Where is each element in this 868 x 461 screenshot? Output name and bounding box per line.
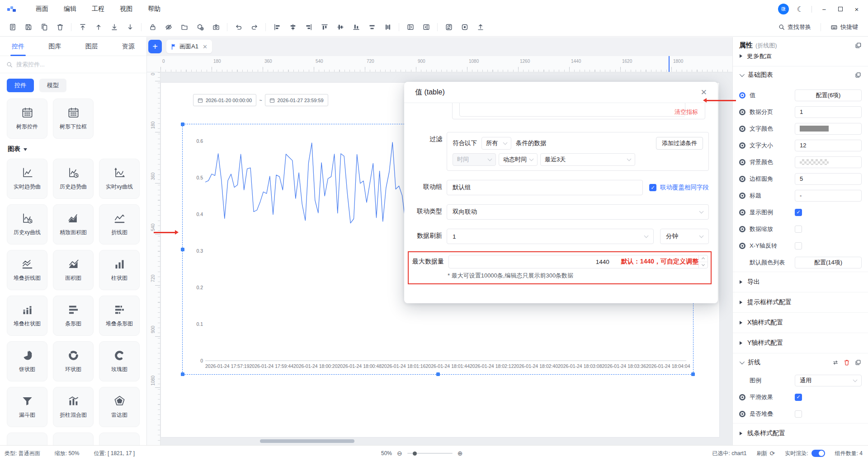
sidebar-tab-资源[interactable]: 资源 bbox=[122, 37, 135, 56]
folder-button[interactable] bbox=[176, 20, 192, 34]
property-bullet-icon[interactable] bbox=[739, 109, 745, 115]
distribute-h-button[interactable] bbox=[364, 20, 380, 34]
link-group-input[interactable]: 默认组 bbox=[447, 180, 643, 195]
widget-card[interactable]: 折线图 bbox=[99, 204, 140, 245]
live-render-toggle[interactable] bbox=[811, 450, 825, 457]
zoom-slider-knob[interactable] bbox=[413, 452, 417, 456]
property-bullet-icon[interactable] bbox=[739, 92, 745, 99]
align-left-button[interactable] bbox=[269, 20, 285, 34]
swap-icon[interactable] bbox=[832, 359, 839, 366]
refresh-button[interactable]: 刷新⟳ bbox=[757, 450, 775, 457]
find-replace-button[interactable]: 查找替换 bbox=[778, 23, 811, 31]
horizontal-scrollbar[interactable] bbox=[260, 439, 354, 443]
panel-left-button[interactable] bbox=[402, 20, 418, 34]
hide-button[interactable] bbox=[160, 20, 176, 34]
component-add-button[interactable] bbox=[192, 20, 208, 34]
widget-card[interactable]: 堆叠条形图 bbox=[99, 296, 140, 336]
selection-handle[interactable] bbox=[181, 122, 184, 126]
selection-handle[interactable] bbox=[691, 372, 695, 376]
value-field[interactable]: 1 bbox=[795, 106, 862, 118]
property-bullet-icon[interactable] bbox=[739, 126, 745, 132]
widget-card[interactable]: 历史xy曲线 bbox=[7, 204, 47, 245]
section-more-config[interactable]: 更多配置 bbox=[733, 54, 868, 62]
align-top-button[interactable] bbox=[316, 20, 332, 34]
zoom-in-icon[interactable]: ⊕ bbox=[458, 450, 463, 457]
page-tab[interactable]: 画面A1 ✕ bbox=[166, 40, 212, 53]
widget-card[interactable]: 饼状图 bbox=[7, 341, 47, 381]
distribute-v-button[interactable] bbox=[380, 20, 396, 34]
section-Y轴样式配置[interactable]: Y轴样式配置 bbox=[733, 333, 868, 353]
refresh-value-select[interactable]: 1 bbox=[447, 229, 654, 244]
sidebar-tab-控件[interactable]: 控件 bbox=[12, 37, 24, 56]
selection-handle[interactable] bbox=[436, 372, 440, 376]
date-start-field[interactable]: 2026-01-20 00:00:00 bbox=[193, 94, 256, 106]
link-type-select[interactable]: 双向联动 bbox=[447, 204, 709, 220]
selection-handle[interactable] bbox=[181, 372, 184, 376]
section-X轴样式配置[interactable]: X轴样式配置 bbox=[733, 312, 868, 333]
align-hcenter-button[interactable] bbox=[332, 20, 348, 34]
checkbox[interactable]: ✓ bbox=[795, 394, 802, 401]
panel-stack-icon[interactable] bbox=[855, 72, 861, 78]
widget-card[interactable] bbox=[53, 433, 94, 445]
move-up-button[interactable] bbox=[90, 20, 106, 34]
widget-card[interactable]: 玫瑰图 bbox=[99, 341, 140, 381]
section-提示框样式配置[interactable]: 提示框样式配置 bbox=[733, 292, 868, 312]
filter-range-select[interactable]: 最近3天 bbox=[540, 153, 635, 166]
selection-handle[interactable] bbox=[181, 248, 184, 251]
charts-section-header[interactable]: 图表 bbox=[8, 145, 140, 153]
panel-right-button[interactable] bbox=[418, 20, 434, 34]
color-field[interactable] bbox=[795, 123, 862, 135]
menu-item-3[interactable]: 视图 bbox=[120, 5, 132, 13]
date-range-widget[interactable]: 2026-01-20 00:00:00 ~ 2026-01-27 23:59:5… bbox=[193, 94, 328, 106]
widget-card[interactable]: 柱状图 bbox=[99, 250, 140, 290]
copy-button[interactable] bbox=[36, 20, 52, 34]
max-data-input[interactable]: 1440 默认：1440，可自定义调整 bbox=[448, 255, 708, 268]
align-right-button[interactable] bbox=[301, 20, 316, 34]
clear-indicators-link[interactable]: 清空指标 bbox=[675, 108, 698, 116]
align-bottom-button[interactable] bbox=[348, 20, 364, 34]
sidebar-tab-图层[interactable]: 图层 bbox=[85, 37, 98, 56]
step-up-icon[interactable] bbox=[702, 258, 705, 261]
minimize-button[interactable]: − bbox=[820, 5, 828, 13]
refresh-unit-select[interactable]: 分钟 bbox=[660, 229, 709, 244]
filter-chip-模型[interactable]: 模型 bbox=[39, 79, 66, 92]
close-tab-icon[interactable]: ✕ bbox=[203, 43, 208, 50]
menu-item-4[interactable]: 帮助 bbox=[148, 5, 160, 13]
section-base-chart[interactable]: 基础图表 bbox=[733, 66, 868, 83]
value-field[interactable]: 5 bbox=[795, 173, 862, 185]
filter-type-select[interactable]: 动态时间 bbox=[499, 153, 538, 166]
widget-card[interactable]: 环状图 bbox=[53, 341, 94, 381]
panel-stack-icon[interactable] bbox=[855, 359, 861, 366]
delete-button[interactable] bbox=[52, 20, 68, 34]
widget-card[interactable]: 面积图 bbox=[53, 250, 94, 290]
property-bullet-icon[interactable] bbox=[739, 193, 745, 199]
filter-chip-控件[interactable]: 控件 bbox=[7, 79, 34, 92]
avatar[interactable]: 微 bbox=[778, 4, 789, 14]
widget-card[interactable]: 折柱混合图 bbox=[53, 387, 94, 427]
property-bullet-icon[interactable] bbox=[739, 209, 745, 216]
widget-card[interactable]: 条形图 bbox=[53, 296, 94, 336]
align-vcenter-button[interactable] bbox=[285, 20, 301, 34]
record-button[interactable] bbox=[457, 20, 472, 34]
close-button[interactable]: × bbox=[853, 5, 861, 13]
config-button[interactable]: 配置(14项) bbox=[795, 257, 862, 268]
property-bullet-icon[interactable] bbox=[739, 411, 745, 417]
widget-card[interactable]: 实时xy曲线 bbox=[99, 159, 140, 199]
widget-card[interactable]: 树形下拉框 bbox=[53, 99, 94, 139]
property-bullet-icon[interactable] bbox=[739, 142, 745, 149]
undo-button[interactable] bbox=[231, 20, 246, 34]
widget-card[interactable]: 堆叠折线图 bbox=[7, 250, 47, 290]
delete-icon[interactable] bbox=[844, 359, 850, 366]
checkbox[interactable] bbox=[795, 242, 802, 249]
widget-card[interactable]: 漏斗图 bbox=[7, 387, 47, 427]
checkbox[interactable] bbox=[795, 410, 802, 418]
menu-item-2[interactable]: 工程 bbox=[92, 5, 104, 13]
config-button[interactable]: 配置(6项) bbox=[795, 89, 862, 101]
property-bullet-icon[interactable] bbox=[739, 243, 745, 249]
value-field[interactable]: - bbox=[795, 190, 862, 202]
move-top-button[interactable] bbox=[75, 20, 90, 34]
checkbox[interactable] bbox=[795, 226, 802, 233]
redo-button[interactable] bbox=[246, 20, 262, 34]
widget-card[interactable]: 精致面积图 bbox=[53, 204, 94, 245]
sidebar-tab-图库[interactable]: 图库 bbox=[48, 37, 61, 56]
